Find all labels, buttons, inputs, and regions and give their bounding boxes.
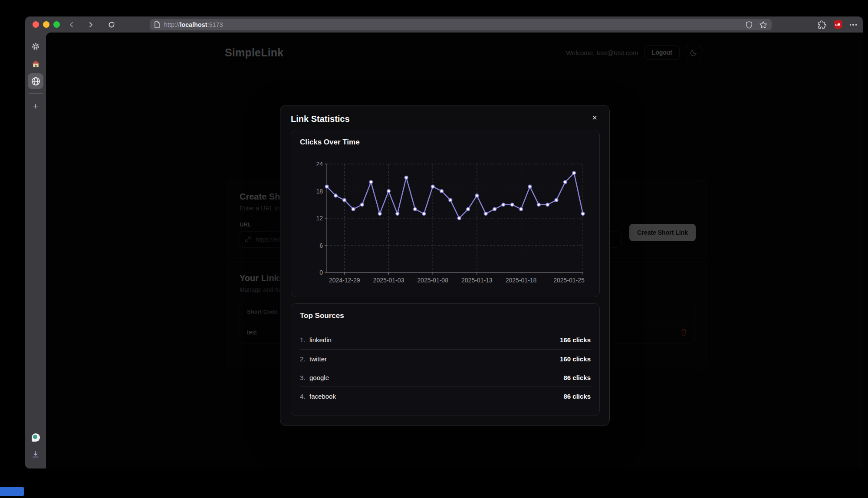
browser-window: http://localhost:5173 uB <box>25 16 863 469</box>
svg-text:2025-01-03: 2025-01-03 <box>373 277 404 284</box>
svg-text:18: 18 <box>316 188 323 195</box>
close-window-button[interactable] <box>33 21 39 28</box>
top-sources-card: Top Sources 1. linkedin 166 clicks 2. tw… <box>291 303 600 416</box>
svg-text:2025-01-08: 2025-01-08 <box>417 277 448 284</box>
source-clicks: 166 clicks <box>560 336 591 344</box>
source-rank: 4. <box>300 393 309 400</box>
minimize-window-button[interactable] <box>43 21 49 28</box>
chevron-right-icon <box>87 21 94 28</box>
svg-text:2025-01-13: 2025-01-13 <box>461 277 493 284</box>
svg-text:12: 12 <box>316 215 323 222</box>
reload-button[interactable] <box>106 19 117 30</box>
downloads-button[interactable] <box>28 447 43 462</box>
home-tab[interactable] <box>28 56 43 72</box>
list-item: 3. google 86 clicks <box>300 368 591 387</box>
svg-text:24: 24 <box>316 161 323 167</box>
url-bar[interactable]: http://localhost:5173 <box>150 19 772 30</box>
house-icon <box>32 60 40 68</box>
source-clicks: 86 clicks <box>563 393 591 400</box>
extensions-puzzle-icon[interactable] <box>818 20 826 29</box>
zoom-window-button[interactable] <box>53 21 60 28</box>
chart-title: Clicks Over Time <box>300 138 360 147</box>
chevron-left-icon <box>68 21 75 28</box>
traffic-lights <box>33 21 60 28</box>
list-item: 4. facebook 86 clicks <box>300 387 591 405</box>
tab-divider <box>29 93 43 94</box>
tab-strip-bottom <box>25 428 46 464</box>
svg-text:2025-01-25: 2025-01-25 <box>553 277 585 284</box>
settings-tab[interactable] <box>28 39 43 54</box>
source-clicks: 160 clicks <box>560 355 591 363</box>
list-item: 2. twitter 160 clicks <box>300 349 591 368</box>
top-sources-title: Top Sources <box>300 311 344 320</box>
new-tab-button[interactable]: + <box>28 98 43 114</box>
modal-close-button[interactable]: × <box>589 111 601 124</box>
clicks-chart-card: Clicks Over Time 061218242024-12-292025-… <box>291 130 600 297</box>
modal-title: Link Statistics <box>291 114 350 124</box>
menu-ellipsis-icon[interactable] <box>850 24 857 26</box>
source-name: linkedin <box>309 336 332 344</box>
source-rank: 3. <box>300 374 309 381</box>
reload-icon <box>108 21 115 29</box>
clicks-chart: 061218242024-12-292025-01-032025-01-0820… <box>307 155 593 288</box>
back-button[interactable] <box>66 19 77 30</box>
svg-text:2025-01-18: 2025-01-18 <box>506 277 537 284</box>
svg-text:6: 6 <box>319 242 323 249</box>
desktop: http://localhost:5173 uB <box>0 0 868 498</box>
gear-icon <box>31 42 40 51</box>
tab-strip: + <box>25 33 46 469</box>
chrome-right-cluster: uB <box>818 19 857 31</box>
shield-icon[interactable] <box>745 21 753 29</box>
source-rank: 1. <box>300 336 309 344</box>
forward-button[interactable] <box>85 19 96 30</box>
ublock-extension-icon[interactable]: uB <box>834 20 842 29</box>
active-tab-localhost[interactable] <box>28 73 43 89</box>
svg-text:2024-12-29: 2024-12-29 <box>329 277 360 284</box>
source-clicks: 86 clicks <box>563 374 591 381</box>
browser-chrome: http://localhost:5173 uB <box>25 16 863 33</box>
url-text: http://localhost:5173 <box>164 21 745 28</box>
background-window-corner <box>0 487 24 496</box>
plus-icon: + <box>33 102 38 111</box>
top-sources-list: 1. linkedin 166 clicks 2. twitter 160 cl… <box>300 331 591 405</box>
source-name: twitter <box>309 355 327 363</box>
profile-button[interactable] <box>28 429 43 445</box>
list-item: 1. linkedin 166 clicks <box>300 331 591 349</box>
download-icon <box>32 451 39 459</box>
browser-logo-icon <box>32 433 40 442</box>
source-rank: 2. <box>300 355 309 363</box>
page-viewport: SimpleLink Welcome, test@test.com Logout <box>46 33 863 469</box>
close-icon: × <box>592 113 597 122</box>
source-name: facebook <box>309 393 336 400</box>
source-name: google <box>309 374 329 381</box>
bookmark-star-icon[interactable] <box>759 21 767 29</box>
svg-text:0: 0 <box>319 269 323 276</box>
link-statistics-modal: Link Statistics × Clicks Over Time 06121… <box>280 105 610 426</box>
globe-icon <box>31 77 40 86</box>
page-icon <box>154 21 160 28</box>
